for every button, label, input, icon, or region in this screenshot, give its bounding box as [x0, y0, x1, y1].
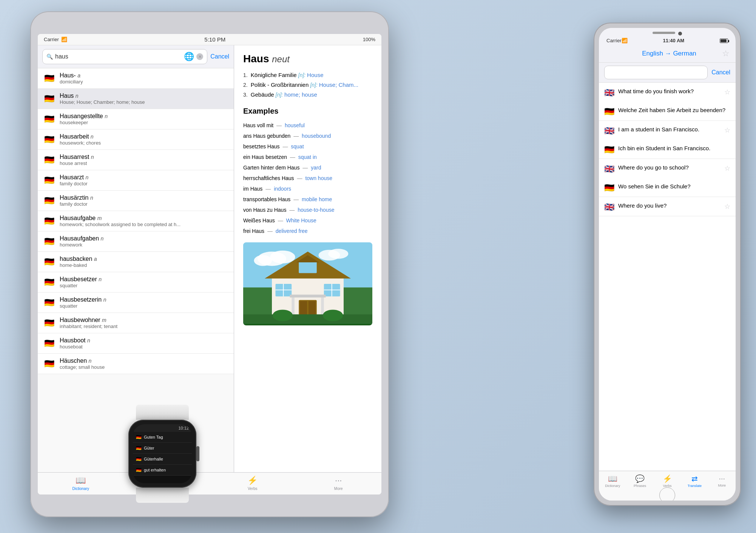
phrase-text-de: Welche Zeit haben Sie Arbeit zu beenden?	[618, 106, 730, 114]
watch-list-item[interactable]: 🇩🇪 gut erhalten	[133, 465, 192, 476]
list-item[interactable]: 🇩🇪 Häuschen n cottage; small house	[38, 354, 234, 374]
favorite-star-button[interactable]: ☆	[722, 49, 730, 59]
phrase-pair: 🇬🇧 Where do you live? ☆	[599, 197, 736, 216]
watch-list-item[interactable]: 🇩🇪 Güter	[133, 443, 192, 454]
clear-button[interactable]: ✕	[196, 53, 203, 60]
flag-de: 🇩🇪	[604, 145, 614, 155]
word-def: House; House; Chamber; home; house	[60, 99, 145, 105]
list-item[interactable]: 🇩🇪 hausbacken a home-baked	[38, 252, 234, 272]
ipad-search-bar: 🔍 haus 🌐 ✕ Cancel	[38, 45, 234, 68]
flag-icon: 🇩🇪	[43, 134, 55, 146]
flag-uk: 🇬🇧	[604, 202, 614, 212]
list-item[interactable]: 🇩🇪 Hausangestellte n housekeeper	[38, 109, 234, 129]
flag-icon: 🇩🇪	[43, 93, 55, 105]
phrase-text-en: What time do you finish work?	[618, 87, 721, 95]
iphone-tab-dictionary[interactable]: 📖 Dictionary	[599, 474, 626, 488]
svg-point-3	[254, 255, 272, 266]
phrase-row-en: 🇬🇧 Where do you live? ☆	[599, 197, 736, 216]
iphone-carrier: Carrier	[606, 38, 622, 43]
word-def: house arrest	[60, 160, 94, 166]
phrase-star[interactable]: ☆	[724, 164, 730, 173]
example-item: ans Haus gebunden — housebound	[243, 131, 372, 141]
list-item[interactable]: 🇩🇪 Haus- a domiciliary	[38, 68, 234, 89]
iphone-tab-translate[interactable]: ⇄ Translate	[681, 474, 708, 488]
watch-flag: 🇩🇪	[136, 445, 142, 451]
tab-verbs-label: Verbs	[248, 487, 258, 491]
flag-de: 🇩🇪	[604, 183, 614, 193]
example-item: von Haus zu Haus — house-to-house	[243, 205, 372, 215]
search-icon: 🔍	[46, 54, 53, 60]
list-item[interactable]: 🇩🇪 Hausboot n houseboat	[38, 333, 234, 354]
phrase-text-en: Where do you live?	[618, 202, 721, 210]
ipad-carrier: Carrier 📶	[44, 37, 67, 42]
example-item: im Haus — indoors	[243, 183, 372, 194]
flag-icon: 🇩🇪	[43, 358, 55, 370]
meaning-item: 2. Politik - Großbritannien [n]: House; …	[243, 80, 372, 90]
iphone-app-header: English → German ☆	[599, 46, 736, 63]
watch-band-bottom	[136, 488, 189, 503]
list-item[interactable]: 🇩🇪 Hausbesetzerin n squatter	[38, 293, 234, 313]
tab-more[interactable]: ··· More	[296, 476, 382, 491]
example-item: transportables Haus — mobile home	[243, 194, 372, 205]
word-label: Hausbesetzer n	[60, 276, 102, 283]
globe-icon[interactable]: 🌐	[184, 52, 194, 62]
phrase-pair: 🇬🇧 I am a student in San Francisco. ☆ 🇩🇪…	[599, 121, 736, 159]
word-label: Hausarbeit n	[60, 133, 101, 140]
word-def: housework; chores	[60, 140, 101, 146]
apple-watch: 10:12 🇩🇪 Guten Tag 🇩🇪 Güter 🇩🇪 Güterhall…	[125, 405, 200, 503]
house-illustration	[243, 242, 372, 325]
svg-rect-9	[299, 261, 317, 273]
word-def: family doctor	[60, 201, 93, 207]
list-item[interactable]: 🇩🇪 Hausbewohner m inhabitant; resident; …	[38, 313, 234, 333]
list-item[interactable]: 🇩🇪 Hausärztin n family doctor	[38, 191, 234, 211]
language-selector[interactable]: English → German	[616, 50, 722, 57]
phrase-star[interactable]: ☆	[724, 202, 730, 211]
flag-de: 🇩🇪	[604, 107, 614, 117]
cancel-button[interactable]: Cancel	[210, 53, 229, 60]
watch-flag: 🇩🇪	[136, 434, 142, 440]
ipad-status-bar: Carrier 📶 5:10 PM 100%	[38, 34, 381, 45]
list-item[interactable]: 🇩🇪 Hausbesetzer n squatter	[38, 272, 234, 293]
list-item[interactable]: 🇩🇪 Hausarzt n family doctor	[38, 170, 234, 191]
search-box[interactable]: 🔍 haus 🌐 ✕	[42, 49, 207, 64]
tab-verbs[interactable]: ⚡ Verbs	[210, 476, 296, 491]
watch-item-text: gut erhalten	[144, 468, 166, 472]
iphone-cancel-button[interactable]: Cancel	[711, 69, 730, 76]
flag-icon: 🇩🇪	[43, 317, 55, 329]
example-item: besetztes Haus — squat	[243, 141, 372, 152]
wifi-icon: 📶	[61, 37, 67, 42]
list-item[interactable]: 🇩🇪 Hausaufgaben n homework	[38, 231, 234, 252]
word-label: Hausaufgaben n	[60, 235, 103, 242]
dictionary-icon: 📖	[608, 474, 617, 483]
example-item: ein Haus besetzen — squat in	[243, 152, 372, 162]
search-query[interactable]: haus	[55, 53, 182, 60]
phrase-text-de: Wo sehen Sie in die Schule?	[618, 182, 730, 190]
iphone-wifi-icon: 📶	[622, 38, 628, 43]
list-item[interactable]: 🇩🇪 Haus n House; House; Chamber; home; h…	[38, 89, 234, 109]
tab-dictionary[interactable]: 📖 Dictionary	[38, 476, 124, 491]
watch-body: 10:12 🇩🇪 Guten Tag 🇩🇪 Güter 🇩🇪 Güterhall…	[128, 420, 196, 488]
word-label: Haus- a	[60, 72, 83, 79]
word-def: houseboat	[60, 344, 90, 350]
more-icon: ···	[335, 476, 342, 485]
verbs-icon: ⚡	[247, 476, 258, 485]
iphone-speaker	[653, 32, 675, 34]
iphone-tab-verbs[interactable]: ⚡ Verbs	[654, 474, 681, 488]
iphone-device: Carrier 📶 11:40 AM English → German ☆ Ca…	[594, 23, 741, 506]
iphone-tab-phrases[interactable]: 💬 Phrases	[626, 474, 653, 488]
watch-band-top	[136, 405, 189, 420]
list-item[interactable]: 🇩🇪 Hausaufgabe m homework; schoolwork as…	[38, 211, 234, 231]
phrase-star[interactable]: ☆	[724, 88, 730, 96]
example-item: Haus voll mit — houseful	[243, 120, 372, 131]
list-item[interactable]: 🇩🇪 Hausarrest n house arrest	[38, 150, 234, 170]
watch-list-item[interactable]: 🇩🇪 Guten Tag	[133, 432, 192, 443]
home-button[interactable]	[659, 487, 675, 501]
watch-item-text: Güterhalle	[144, 457, 163, 461]
iphone-search-input[interactable]	[604, 66, 708, 79]
list-item[interactable]: 🇩🇪 Hausarbeit n housework; chores	[38, 129, 234, 150]
phrase-star[interactable]: ☆	[724, 126, 730, 134]
tab-more-label: More	[334, 487, 343, 491]
phrases-icon: 💬	[635, 474, 645, 483]
watch-list-item[interactable]: 🇩🇪 Güterhalle	[133, 454, 192, 465]
iphone-tab-more[interactable]: ··· More	[708, 474, 736, 488]
